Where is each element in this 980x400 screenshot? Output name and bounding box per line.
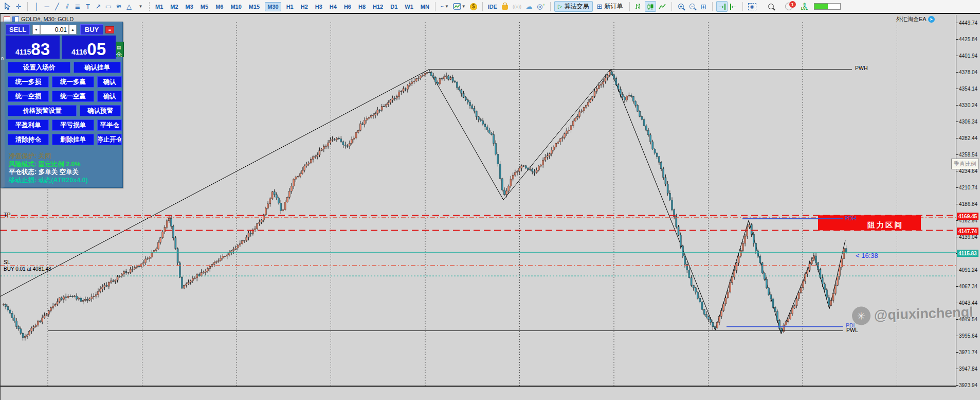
panel-button-统一空赢[interactable]: 统一空赢 (52, 91, 95, 102)
timeframe-m15[interactable]: M15 (247, 3, 262, 11)
panel-button-确认[interactable]: 确认 (97, 91, 122, 102)
zoom-out-button[interactable]: − (687, 1, 697, 12)
panel-button-确认[interactable]: 确认 (97, 76, 122, 88)
fibonacci-tool-button[interactable]: ≣ (72, 1, 83, 12)
zoom-in-button[interactable]: + (676, 1, 686, 12)
elliott-waves-tool-button[interactable]: ≋ (114, 1, 124, 12)
toolbar-separator (672, 2, 672, 11)
sell-button[interactable]: SELL (6, 24, 30, 35)
timeframe-m3[interactable]: M3 (184, 3, 195, 11)
price-tick: 4306.34 (956, 119, 977, 125)
timeframe-mn[interactable]: MN (419, 3, 431, 11)
timeframe-h2[interactable]: H2 (299, 3, 310, 11)
timeframe-w1[interactable]: W1 (403, 3, 415, 11)
price-tick: 4354.14 (956, 86, 977, 92)
market-button[interactable] (500, 1, 510, 12)
broadcast-button[interactable]: ◎+ (535, 1, 547, 12)
buy-button[interactable]: BUY (80, 24, 103, 35)
timeframe-h1[interactable]: H1 (284, 3, 296, 11)
line-chart-type-button[interactable] (657, 1, 668, 12)
timeframe-h6[interactable]: H6 (342, 3, 353, 11)
timeframe-h12[interactable]: H12 (371, 3, 385, 11)
depth-of-market-icon[interactable] (4, 16, 10, 22)
screenshot-button[interactable]: ◉ (747, 1, 758, 12)
time-axis[interactable] (1, 386, 956, 400)
currency-button[interactable]: $ (468, 1, 479, 12)
panel-minimize-button[interactable]: ≡ (105, 26, 114, 33)
zoom-in-icon: + (678, 4, 684, 9)
panel-button-统一多损[interactable]: 统一多损 (8, 76, 49, 88)
timeframe-m6[interactable]: M6 (213, 3, 225, 11)
auto-scroll-button[interactable]: ⇠ (729, 1, 739, 12)
cloud-button[interactable]: ☁ (524, 1, 534, 12)
panel-button-统一多赢[interactable]: 统一多赢 (52, 76, 95, 88)
trendline-tool-button[interactable]: ╱ (52, 1, 62, 12)
algo-trading-button[interactable]: ▷ 算法交易 (554, 1, 592, 12)
candles-icon (647, 3, 654, 10)
new-order-label: 新订单 (604, 2, 623, 11)
panel-status-line: 净值保护: 关闭 (9, 152, 88, 161)
mt5-terminal: ✛ │─╱⫽≣T↗▭≋△ ▼ M1M2M3M5M6M10M15M30H1H2H3… (0, 0, 980, 400)
chart-area[interactable]: GOLD#, M30: GOLD 外汇淘金EA ➤ ▼ PWHPDHPDLPWL… (0, 13, 980, 400)
price-tick: 4378.04 (956, 69, 977, 75)
timeframe-d1[interactable]: D1 (388, 3, 400, 11)
bar-chart-type-button[interactable] (633, 1, 644, 12)
vertical-line-tool-button[interactable]: │ (31, 1, 42, 12)
cursor-tool-button[interactable] (2, 1, 12, 12)
tile-windows-button[interactable]: ⊞ (698, 1, 709, 12)
panel-button-确认预警[interactable]: 确认预警 (80, 105, 121, 116)
cursor-icon (4, 3, 11, 10)
level-button[interactable]: ⇧LVL (800, 1, 810, 12)
buy-price-display[interactable]: 4116 05 (62, 36, 116, 59)
shift-end-button[interactable]: ⇢ (716, 1, 727, 12)
timeframe-m10[interactable]: M10 (228, 3, 243, 11)
arrow-line-tool-button[interactable]: ↗ (93, 1, 103, 12)
text-tool-button[interactable]: T (83, 1, 93, 12)
sell-price-display[interactable]: 4115 83 (6, 36, 60, 59)
crosshair-tool-button[interactable]: ✛ (13, 1, 24, 12)
shapes-dropdown[interactable]: ▼ (135, 1, 146, 12)
panel-button-统一空损[interactable]: 统一空损 (8, 91, 49, 102)
timeframe-m30[interactable]: M30 (265, 2, 281, 11)
timeframe-m5[interactable]: M5 (198, 3, 210, 11)
panel-row: 统一空损统一空赢确认 (8, 91, 122, 102)
panel-button-确认挂单[interactable]: 确认挂单 (74, 62, 121, 73)
equidistant-channel-tool-button[interactable]: ⫽ (62, 1, 72, 12)
panel-button-价格预警设置[interactable]: 价格预警设置 (8, 105, 77, 116)
timeframe-h4[interactable]: H4 (328, 3, 339, 11)
timeframe-h8[interactable]: H8 (356, 3, 368, 11)
notifications-button[interactable]: 1 (784, 1, 794, 12)
one-click-trading-icon[interactable] (12, 16, 19, 22)
panel-button-平半仓[interactable]: 平半仓 (97, 119, 122, 131)
panel-button-平盈利单[interactable]: 平盈利单 (8, 119, 49, 131)
volume-increase-button[interactable]: ▲ (69, 25, 77, 34)
timeframe-m1[interactable]: M1 (153, 3, 165, 11)
indicators-button[interactable]: ▼ (451, 1, 467, 12)
telegram-icon[interactable]: ➤ (928, 16, 935, 23)
timeframe-h3[interactable]: H3 (313, 3, 324, 11)
search-button[interactable] (766, 1, 776, 12)
rectangle-tool-button[interactable]: ▭ (103, 1, 114, 12)
volume-input[interactable] (40, 25, 69, 34)
main-toolbar: ✛ │─╱⫽≣T↗▭≋△ ▼ M1M2M3M5M6M10M15M30H1H2H3… (0, 0, 980, 13)
panel-button-停止开仓[interactable]: 停止开仓 (97, 134, 122, 145)
panel-button-清除持仓[interactable]: 清除持仓 (8, 134, 49, 145)
ide-button[interactable]: IDE (486, 1, 499, 12)
horizontal-line-tool-button[interactable]: ─ (42, 1, 52, 12)
new-order-button[interactable]: ⊞ 新订单 (594, 1, 626, 12)
panel-button-设置入场价[interactable]: 设置入场价 (8, 62, 70, 73)
chevron-down-icon: ▼ (139, 4, 143, 9)
broadcast-plus-icon: ◎+ (537, 3, 545, 10)
volume-decrease-button[interactable]: ▼ (32, 25, 40, 34)
price-axis[interactable]: 4449.744425.844401.944378.044354.144330.… (956, 15, 980, 387)
shapes-tool-button[interactable]: △ (124, 1, 134, 12)
panel-button-删除挂单[interactable]: 删除挂单 (52, 134, 95, 145)
signals-button[interactable]: ((o)) (511, 1, 523, 12)
candlestick-chart[interactable] (1, 15, 956, 386)
candle-chart-type-button[interactable] (645, 1, 656, 12)
polyline-icon (659, 3, 666, 10)
panel-button-平亏损单[interactable]: 平亏损单 (52, 119, 95, 131)
line-style-button[interactable]: ~▼ (439, 1, 450, 12)
price-tick: 3947.84 (956, 366, 977, 372)
timeframe-m2[interactable]: M2 (168, 3, 180, 11)
